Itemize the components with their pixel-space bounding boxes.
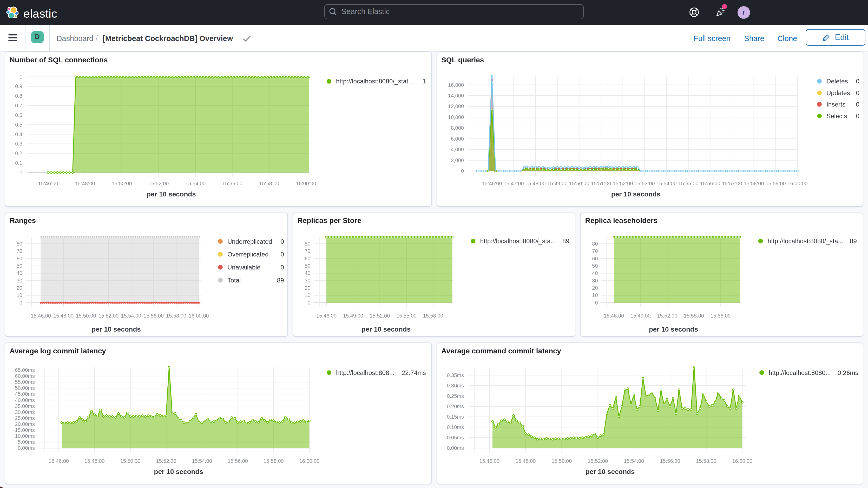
svg-text:15:59:00: 15:59:00 — [765, 181, 786, 186]
svg-text:50.00ms: 50.00ms — [15, 385, 35, 391]
svg-text:22.74ms: 22.74ms — [402, 369, 426, 376]
svg-text:per 10 seconds: per 10 seconds — [585, 468, 634, 476]
svg-text:60.00ms: 60.00ms — [15, 373, 35, 379]
svg-text:0.7: 0.7 — [15, 103, 22, 109]
svg-text:15:48:00: 15:48:00 — [75, 181, 95, 186]
svg-text:0.25ms: 0.25ms — [446, 393, 464, 399]
svg-text:16:00:00: 16:00:00 — [299, 458, 320, 464]
svg-text:0: 0 — [280, 250, 284, 257]
svg-text:0.30ms: 0.30ms — [446, 383, 464, 389]
svg-text:0: 0 — [307, 300, 310, 305]
svg-text:89: 89 — [562, 237, 569, 244]
svg-text:50: 50 — [17, 263, 22, 268]
svg-text:15:46:00: 15:46:00 — [38, 181, 58, 186]
svg-text:20: 20 — [17, 285, 22, 291]
svg-text:Unavailable: Unavailable — [227, 264, 260, 271]
svg-text:15:48:00: 15:48:00 — [515, 458, 535, 464]
svg-text:15:50:00: 15:50:00 — [551, 458, 571, 464]
svg-text:15:53:00: 15:53:00 — [634, 181, 655, 186]
svg-text:15:48:00: 15:48:00 — [85, 458, 105, 464]
svg-text:15:58:00: 15:58:00 — [166, 313, 186, 318]
svg-text:15:51:00: 15:51:00 — [591, 181, 611, 186]
svg-text:http://localhost:8080/_sta...: http://localhost:8080/_sta... — [480, 237, 556, 244]
svg-text:Inserts: Inserts — [826, 101, 845, 108]
svg-text:14,000: 14,000 — [448, 93, 464, 98]
svg-text:per 10 seconds: per 10 seconds — [649, 325, 698, 333]
svg-text:15:52:00: 15:52:00 — [587, 458, 608, 464]
svg-text:15:50:00: 15:50:00 — [569, 181, 589, 186]
svg-text:55.00ms: 55.00ms — [15, 379, 35, 385]
svg-text:15:46:00: 15:46:00 — [316, 313, 337, 318]
svg-text:0.1: 0.1 — [15, 160, 22, 166]
svg-text:15:47:00: 15:47:00 — [503, 181, 524, 186]
svg-text:60: 60 — [305, 255, 310, 261]
svg-text:15:52:00: 15:52:00 — [98, 313, 119, 318]
svg-text:0: 0 — [856, 101, 859, 108]
svg-text:15:49:00: 15:49:00 — [547, 181, 567, 186]
svg-text:20.00ms: 20.00ms — [15, 421, 35, 427]
svg-text:0: 0 — [20, 170, 22, 175]
svg-text:16:00:00: 16:00:00 — [732, 458, 752, 464]
svg-text:per 10 seconds: per 10 seconds — [361, 325, 410, 333]
svg-text:45.00ms: 45.00ms — [15, 391, 35, 397]
svg-text:15:58:00: 15:58:00 — [696, 458, 716, 464]
svg-text:89: 89 — [277, 276, 284, 283]
svg-text:0.9: 0.9 — [15, 84, 22, 89]
svg-text:15:56:00: 15:56:00 — [228, 458, 248, 464]
svg-text:15:54:00: 15:54:00 — [656, 181, 677, 186]
svg-text:Updates: Updates — [826, 89, 850, 96]
svg-text:0.35ms: 0.35ms — [446, 372, 464, 378]
svg-text:20: 20 — [592, 285, 598, 291]
svg-text:25.00ms: 25.00ms — [15, 415, 35, 421]
svg-text:5.00ms: 5.00ms — [18, 439, 35, 445]
svg-text:70: 70 — [592, 248, 598, 254]
svg-text:http://localhost:8080...: http://localhost:8080... — [769, 369, 831, 376]
svg-text:50: 50 — [592, 263, 598, 268]
svg-text:15:49:00: 15:49:00 — [343, 313, 363, 318]
svg-text:70: 70 — [305, 248, 310, 254]
svg-text:16:00:00: 16:00:00 — [787, 181, 807, 186]
svg-text:15:58:00: 15:58:00 — [711, 313, 731, 318]
svg-text:Overreplicated: Overreplicated — [227, 250, 269, 257]
svg-text:15:52:00: 15:52:00 — [613, 181, 633, 186]
svg-text:2,000: 2,000 — [451, 157, 464, 163]
svg-text:10,000: 10,000 — [448, 114, 464, 120]
svg-text:40: 40 — [592, 270, 598, 276]
svg-text:0: 0 — [856, 78, 859, 85]
svg-text:0.8: 0.8 — [15, 93, 22, 99]
svg-text:15:54:00: 15:54:00 — [192, 458, 212, 464]
svg-text:0.3: 0.3 — [15, 141, 22, 147]
svg-text:0.26ms: 0.26ms — [837, 369, 858, 376]
svg-text:0.20ms: 0.20ms — [446, 403, 464, 409]
svg-text:10: 10 — [17, 292, 22, 298]
svg-text:15:58:00: 15:58:00 — [744, 181, 764, 186]
svg-text:15:54:00: 15:54:00 — [623, 458, 644, 464]
svg-text:15:50:00: 15:50:00 — [76, 313, 96, 318]
svg-text:10: 10 — [305, 292, 310, 298]
svg-text:15:55:00: 15:55:00 — [678, 181, 698, 186]
svg-text:15:46:00: 15:46:00 — [49, 458, 69, 464]
svg-text:Selects: Selects — [826, 113, 847, 120]
svg-text:0: 0 — [280, 264, 284, 271]
svg-text:15:58:00: 15:58:00 — [264, 458, 284, 464]
svg-text:0: 0 — [461, 168, 464, 174]
svg-text:15:56:00: 15:56:00 — [700, 181, 720, 186]
svg-text:60: 60 — [592, 255, 598, 261]
svg-text:Underreplicated: Underreplicated — [227, 238, 272, 245]
svg-text:12,000: 12,000 — [448, 103, 464, 109]
svg-text:0.6: 0.6 — [15, 112, 22, 118]
svg-text:40: 40 — [17, 270, 22, 276]
svg-text:10: 10 — [592, 292, 598, 298]
svg-text:15:50:00: 15:50:00 — [120, 458, 141, 464]
svg-text:60: 60 — [17, 255, 22, 261]
svg-text:15:57:00: 15:57:00 — [722, 181, 742, 186]
svg-text:1: 1 — [20, 74, 22, 80]
svg-text:0.00ms: 0.00ms — [446, 445, 464, 451]
svg-text:15:54:00: 15:54:00 — [121, 313, 141, 318]
svg-text:15:46:00: 15:46:00 — [482, 181, 502, 186]
svg-text:80: 80 — [305, 241, 310, 246]
svg-text:15:48:00: 15:48:00 — [53, 313, 73, 318]
svg-text:0.4: 0.4 — [15, 131, 22, 137]
svg-text:0.00ms: 0.00ms — [18, 445, 35, 451]
svg-text:30: 30 — [592, 277, 598, 283]
